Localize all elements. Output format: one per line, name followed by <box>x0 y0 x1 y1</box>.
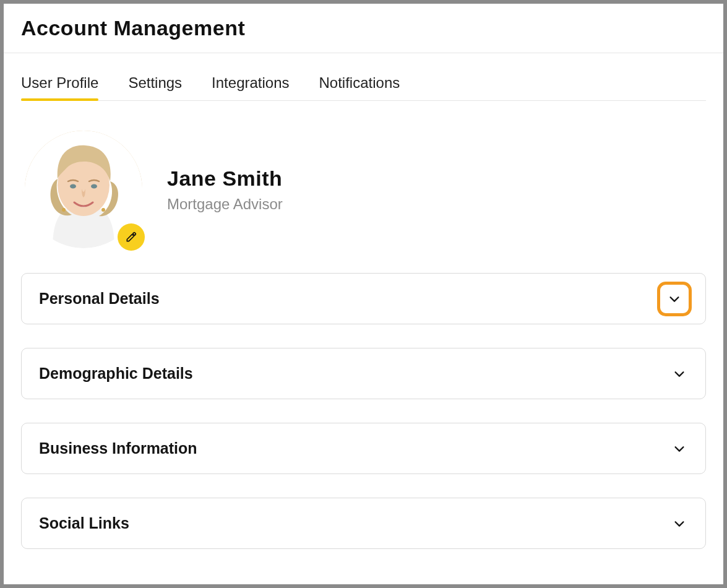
page-title: Account Management <box>21 16 706 40</box>
profile-row: Jane Smith Mortgage Advisor <box>21 101 706 273</box>
chevron-down-icon <box>673 442 686 456</box>
section-personal-details[interactable]: Personal Details <box>21 273 706 324</box>
section-demographic-details[interactable]: Demographic Details <box>21 348 706 399</box>
svg-point-5 <box>62 208 66 212</box>
profile-role: Mortgage Advisor <box>167 196 283 213</box>
chevron-down-icon <box>668 292 681 306</box>
tabs: User Profile Settings Integrations Notif… <box>21 71 706 101</box>
chevron-down-icon <box>673 517 686 530</box>
section-title: Social Links <box>39 514 129 532</box>
svg-point-6 <box>101 208 105 212</box>
expand-demographic-details[interactable] <box>671 365 688 383</box>
avatar-wrap <box>25 131 142 248</box>
edit-icon <box>125 231 137 243</box>
section-title: Demographic Details <box>39 365 193 383</box>
expand-personal-details[interactable] <box>657 282 692 316</box>
profile-text: Jane Smith Mortgage Advisor <box>167 166 283 213</box>
sections: Personal Details Demographic Details Bus… <box>21 273 706 549</box>
profile-name: Jane Smith <box>167 166 283 191</box>
account-window: Account Management User Profile Settings… <box>4 4 723 584</box>
section-business-information[interactable]: Business Information <box>21 423 706 474</box>
tab-user-profile[interactable]: User Profile <box>21 71 98 100</box>
chevron-down-icon <box>673 367 686 381</box>
header: Account Management <box>4 4 723 53</box>
tab-notifications[interactable]: Notifications <box>319 71 400 100</box>
svg-point-4 <box>91 184 97 189</box>
section-social-links[interactable]: Social Links <box>21 498 706 549</box>
content: User Profile Settings Integrations Notif… <box>4 53 723 549</box>
tab-integrations[interactable]: Integrations <box>212 71 289 100</box>
expand-business-information[interactable] <box>671 440 688 457</box>
expand-social-links[interactable] <box>671 515 688 532</box>
section-title: Business Information <box>39 439 197 457</box>
svg-point-3 <box>70 184 76 189</box>
section-title: Personal Details <box>39 290 160 308</box>
tab-settings[interactable]: Settings <box>128 71 182 100</box>
edit-avatar-button[interactable] <box>118 223 145 251</box>
